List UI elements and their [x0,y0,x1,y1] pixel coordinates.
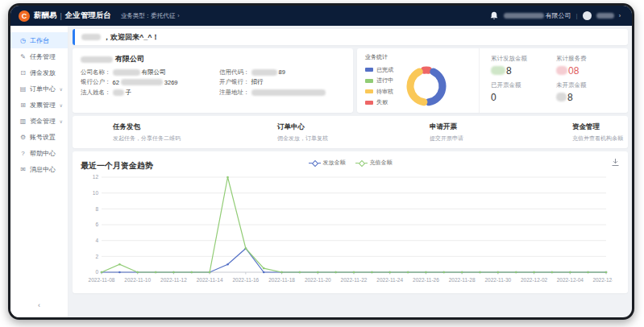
data-point[interactable] [118,263,121,266]
status-legend: 已完成进行中待审核失败 [365,66,393,107]
data-point[interactable] [605,271,608,274]
download-icon[interactable] [611,158,620,167]
help-icon: ? [19,150,27,157]
data-point[interactable] [155,271,157,274]
topbar-right: 有限公司 | › [489,11,621,20]
data-point[interactable] [299,271,301,274]
sidebar-item-workbench[interactable]: ◷工作台 [10,32,68,48]
axis-tick-label: 2022-11-28 [449,277,476,283]
business-status-pane: 业务统计 已完成进行中待审核失败 [357,48,480,113]
data-point[interactable] [425,271,427,274]
data-point[interactable] [515,271,517,274]
donut-segment-待审核[interactable] [410,72,424,102]
axis-tick-label: 8 [95,206,98,212]
quick-action-资金管理[interactable]: 资金管理充值并查看机构余额 [485,122,628,143]
sidebar-item-label: 账号设置 [30,133,56,142]
trend-chart-legend: 发放金额充值金额 [309,159,393,167]
chevron-right-icon[interactable]: › [177,13,179,19]
data-point[interactable] [317,271,319,274]
metric-number: 8 [567,92,573,103]
metric: 累计发放金额8 [491,55,556,81]
sidebar-collapse-button[interactable]: ‹ [10,301,68,309]
company-field-row: 法人姓名：子 [81,89,219,96]
data-point[interactable] [101,271,103,274]
data-point[interactable] [136,271,139,274]
sidebar-item-order[interactable]: ▤订单中心∨ [10,81,68,97]
sidebar-item-label: 帮助中心 [30,149,56,158]
data-point[interactable] [551,271,554,274]
user-menu-chevron-icon[interactable]: › [619,13,621,19]
sidebar-item-task[interactable]: ✎任务管理 [10,48,68,64]
data-point[interactable] [118,271,121,274]
business-type-label[interactable]: 业务类型：委托代征 [121,12,176,20]
sidebar-item-label: 订单中心 [30,85,56,93]
sidebar-item-label: 发票管理 [30,101,56,110]
quick-action-任务发包[interactable]: 任务发包发起任务，分享任务二维码 [73,122,181,143]
data-point[interactable] [569,271,571,274]
axis-tick-label: 12 [93,174,99,180]
quick-action-desc: 充值并查看机构余额 [572,135,628,143]
summary-row: 有限公司 公司名称：有限公司银行公户：623269法人姓名：子信用代码：89开户… [73,48,628,113]
trend-legend-item[interactable]: 发放金额 [309,159,346,167]
business-stats-card: 业务统计 已完成进行中待审核失败 累计发放金额8累计服务费08已开票金额0未开票… [357,48,628,113]
line-diamond-marker-icon [309,160,321,166]
axis-tick-label: 2022-11-10 [124,277,151,283]
field-label: 公司名称： [81,68,111,77]
metric: 未开票金额8 [556,81,621,108]
metric-label: 累计服务费 [556,55,621,63]
data-point[interactable] [172,271,175,274]
legend-swatch [365,101,373,105]
welcome-banner: ，欢迎回来^_^！ [73,29,628,45]
top-bar: C 薪酬易 | 企业管理后台 业务类型：委托代征 › 有限公司 | › [10,6,632,26]
status-donut-chart [403,63,450,110]
sidebar-item-settings[interactable]: ⚙账号设置 [10,129,68,145]
sidebar-item-commission[interactable]: ⊡佣金发放 [10,64,68,81]
data-point[interactable] [353,271,355,274]
data-point[interactable] [191,271,193,274]
business-stats-title: 业务统计 [365,53,476,61]
quick-action-订单中心[interactable]: 订单中心佣金发放，订单复核 [181,122,333,143]
status-legend-item[interactable]: 进行中 [365,77,393,85]
data-point[interactable] [497,271,500,274]
metric-value: 8 [556,92,621,102]
data-point[interactable] [587,271,589,274]
data-point[interactable] [371,271,373,274]
sidebar-item-invoice[interactable]: ⊞发票管理∨ [10,97,68,113]
data-point[interactable] [443,271,446,274]
user-avatar[interactable] [583,11,592,20]
status-legend-item[interactable]: 失败 [365,98,393,106]
data-point[interactable] [226,176,229,179]
donut-segment-已完成[interactable] [429,72,442,102]
data-point[interactable] [388,271,391,274]
sidebar-item-help[interactable]: ?帮助中心 [10,145,68,161]
sidebar-item-message[interactable]: ✉消息中心 [10,161,68,177]
sidebar-item-label: 佣金发放 [30,68,56,77]
status-legend-item[interactable]: 已完成 [365,66,393,74]
masked-value [556,66,567,75]
bell-icon[interactable] [489,11,499,20]
data-point[interactable] [263,267,265,270]
data-point[interactable] [334,271,337,274]
legend-swatch [365,68,373,72]
data-point[interactable] [226,263,229,266]
axis-tick-label: 2022-11-12 [160,277,187,283]
data-point[interactable] [461,271,463,274]
trend-legend-item[interactable]: 充值金额 [355,159,393,167]
data-point[interactable] [479,271,481,274]
app-title: 企业管理后台 [65,10,111,21]
masked-welcome-name [81,34,101,40]
data-point[interactable] [280,271,283,274]
data-point[interactable] [209,271,211,274]
data-point[interactable] [533,271,535,274]
metric-label: 累计发放金额 [491,55,556,63]
data-point[interactable] [407,271,409,274]
status-legend-item[interactable]: 待审核 [365,88,393,96]
field-value-suffix: 89 [279,68,285,76]
sidebar-item-funds[interactable]: ▥资金管理∨ [10,113,68,129]
trend-chart-title: 最近一个月资金趋势 [81,161,153,170]
workbench-icon: ◷ [19,37,27,44]
data-point[interactable] [263,271,265,274]
masked-value [113,89,124,96]
data-point[interactable] [245,247,247,250]
quick-action-申请开票[interactable]: 申请开票提交开票申请 [333,122,485,143]
